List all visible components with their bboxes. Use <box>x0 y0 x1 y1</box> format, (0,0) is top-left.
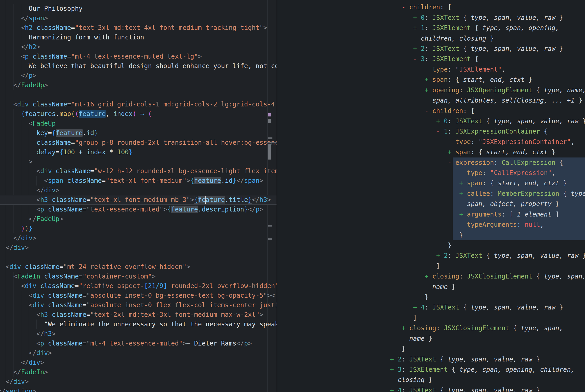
ast-tree-row[interactable]: children, closing } <box>421 33 494 44</box>
ast-tree-row[interactable]: - children: [ <box>425 106 475 116</box>
ast-tree-row[interactable]: + span: { start, end, ctxt } <box>425 74 532 85</box>
code-line[interactable]: <div className="relative aspect-[21/9] r… <box>21 281 276 291</box>
ast-tree-row[interactable]: - expression: CallExpression { <box>448 158 563 168</box>
ast-tree-row[interactable]: type: "JSXExpressionContainer", <box>455 137 575 147</box>
code-line[interactable]: <p className="mt-4 text-essence-muted">—… <box>37 339 252 348</box>
code-line[interactable]: </h3> <box>37 329 56 339</box>
code-line[interactable]: </section> <box>0 386 37 392</box>
code-line[interactable]: </p> <box>21 71 36 80</box>
code-line[interactable]: <h2 className="text-3xl md:text-4xl font… <box>21 23 267 32</box>
code-line[interactable]: </div> <box>6 377 29 386</box>
ast-tree-row[interactable]: span, attributes, selfClosing, ... +1 } <box>432 95 582 106</box>
code-editor-panel[interactable]: Our Philosophy</span><h2 className="text… <box>0 0 276 392</box>
ast-tree-row[interactable]: - children: [ <box>402 2 452 12</box>
ast-tree-row[interactable]: + 2: JSXText { type, span, value, raw } <box>413 44 563 54</box>
code-line[interactable]: </FadeUp> <box>29 214 63 224</box>
ast-tree-row[interactable]: + 0: JSXText { type, span, value, raw } <box>413 12 563 23</box>
ast-tree-row[interactable]: name } <box>409 334 432 344</box>
ast-tree-row[interactable]: + 4: JSXText { type, span, value, raw } <box>413 302 563 312</box>
code-line[interactable]: </h2> <box>21 42 40 52</box>
code-line[interactable]: <div className="mt-24 relative overflow-… <box>6 262 190 272</box>
ast-tree-row[interactable]: } <box>459 230 463 240</box>
ast-tree-row[interactable]: - 1: JSXExpressionContainer { <box>436 126 548 136</box>
expand-node-icon[interactable]: + <box>413 14 421 22</box>
code-line[interactable]: <FadeIn className="container-custom"> <box>13 272 156 281</box>
code-line[interactable]: "We eliminate the unnecessary so that th… <box>44 320 276 329</box>
code-line[interactable]: Harmonizing form with function <box>29 32 144 42</box>
collapse-node-icon[interactable]: - <box>448 159 455 166</box>
code-line[interactable]: <FadeUp <box>29 119 56 128</box>
collapse-node-icon[interactable]: - <box>402 4 409 11</box>
ast-tree-row[interactable]: + 4: JSXText { type, span, value, raw } <box>390 385 540 392</box>
ast-tree-row[interactable]: type: "CallExpression", <box>467 168 555 178</box>
ast-tree-row[interactable]: } <box>448 240 452 250</box>
expand-node-icon[interactable]: + <box>413 24 421 32</box>
expand-node-icon[interactable]: + <box>425 86 432 94</box>
ast-tree-row[interactable]: + 2: JSXText { type, span, value, raw } <box>436 250 585 261</box>
code-line[interactable]: <p className="mt-4 text-essence-muted te… <box>21 52 202 61</box>
code-line[interactable]: </div> <box>29 348 52 358</box>
expand-node-icon[interactable]: + <box>413 45 421 52</box>
ast-tree-row[interactable]: ] <box>436 261 440 271</box>
ast-tree-row[interactable]: + 0: JSXText { type, span, value, raw } <box>436 116 585 126</box>
code-line[interactable]: <div className="absolute inset-0 bg-esse… <box>29 291 275 300</box>
ast-tree-row[interactable]: + arguments: [ 1 element ] <box>459 209 559 220</box>
collapse-node-icon[interactable]: - <box>425 107 432 115</box>
collapse-node-icon[interactable]: - <box>436 128 444 135</box>
ast-tree-row[interactable]: closing } <box>398 375 432 385</box>
expand-node-icon[interactable]: + <box>413 304 421 311</box>
ast-explorer-panel[interactable]: - children: [+ 0: JSXText { type, span, … <box>277 0 585 392</box>
ast-tree-row[interactable]: + callee: MemberExpression { type, <box>459 188 585 199</box>
ast-tree-row[interactable]: } <box>425 292 428 302</box>
expand-node-icon[interactable]: + <box>390 356 398 363</box>
ast-tree-row[interactable]: + 1: JSXElement { type, span, opening, <box>413 23 559 33</box>
code-line[interactable]: <p className="text-essence-muted">{featu… <box>37 205 263 214</box>
expand-node-icon[interactable]: + <box>390 366 398 373</box>
expand-node-icon[interactable]: + <box>402 324 409 332</box>
expand-node-icon[interactable]: + <box>390 386 398 392</box>
code-line[interactable]: <div className="mt-16 grid grid-cols-1 m… <box>13 100 276 109</box>
ast-tree-row[interactable]: + closing: JSXClosingElement { type, spa… <box>402 323 563 333</box>
code-line[interactable]: className="group p-8 rounded-2xl transit… <box>37 138 276 148</box>
collapse-node-icon[interactable]: - <box>413 55 421 63</box>
expand-node-icon[interactable]: + <box>425 272 432 280</box>
code-line[interactable]: key={feature.id} <box>37 128 98 138</box>
expand-node-icon[interactable]: + <box>425 76 432 84</box>
expand-node-icon[interactable]: + <box>459 210 467 218</box>
code-line[interactable]: </FadeIn> <box>13 368 48 377</box>
code-line[interactable]: delay={100 + index * 100} <box>37 148 133 157</box>
code-line[interactable]: <div className="absolute inset-0 flex fl… <box>29 300 276 310</box>
code-line[interactable]: <span className="text-xl font-medium">{f… <box>44 176 263 186</box>
code-line[interactable]: {features.map((feature, index) ⇒ ( <box>21 109 152 119</box>
code-line[interactable]: </div> <box>6 243 29 252</box>
ast-tree-row[interactable]: + 2: JSXText { type, span, value, raw } <box>390 354 540 364</box>
expand-node-icon[interactable]: + <box>436 117 444 125</box>
expand-node-icon[interactable]: + <box>436 252 444 259</box>
ast-tree-row[interactable]: name } <box>432 282 455 292</box>
ast-tree-row[interactable]: ] <box>413 313 417 323</box>
expand-node-icon[interactable]: + <box>459 190 467 197</box>
code-line[interactable]: </div> <box>21 358 44 368</box>
ast-tree-row[interactable]: - 3: JSXElement { <box>413 54 479 64</box>
code-line[interactable]: Our Philosophy <box>29 4 83 14</box>
code-line[interactable]: ))} <box>21 224 33 234</box>
code-line[interactable]: </FadeUp> <box>13 80 48 90</box>
code-line[interactable]: <h3 className="text-2xl md:text-3xl font… <box>37 310 263 320</box>
expand-node-icon[interactable]: + <box>459 179 467 187</box>
code-line[interactable]: </span> <box>21 14 48 23</box>
code-line[interactable]: </div> <box>13 234 36 243</box>
expand-node-icon[interactable]: + <box>448 148 455 156</box>
code-line[interactable]: We believe that beautiful design should … <box>29 61 276 71</box>
ast-tree-row[interactable]: } <box>402 344 405 354</box>
ast-tree-row[interactable]: type: "JSXElement", <box>432 64 505 74</box>
ast-tree-row[interactable]: + closing: JSXClosingElement { type, spa… <box>425 271 585 282</box>
code-line[interactable]: <div className="w-12 h-12 rounded-xl bg-… <box>37 166 276 176</box>
ast-tree-row[interactable]: + span: { start, end, ctxt } <box>459 178 567 188</box>
ast-tree-row[interactable]: span, object, property } <box>467 199 559 209</box>
ast-tree-row[interactable]: typeArguments: null, <box>467 220 544 230</box>
code-line[interactable]: </div> <box>37 186 60 195</box>
code-line[interactable]: > <box>29 157 33 166</box>
ast-tree-row[interactable]: + 3: JSXElement { type, span, opening, c… <box>390 364 574 375</box>
code-line[interactable]: <h3 className="text-xl font-medium mb-3"… <box>37 195 271 205</box>
ast-tree-row[interactable]: + span: { start, end, ctxt } <box>448 147 555 157</box>
